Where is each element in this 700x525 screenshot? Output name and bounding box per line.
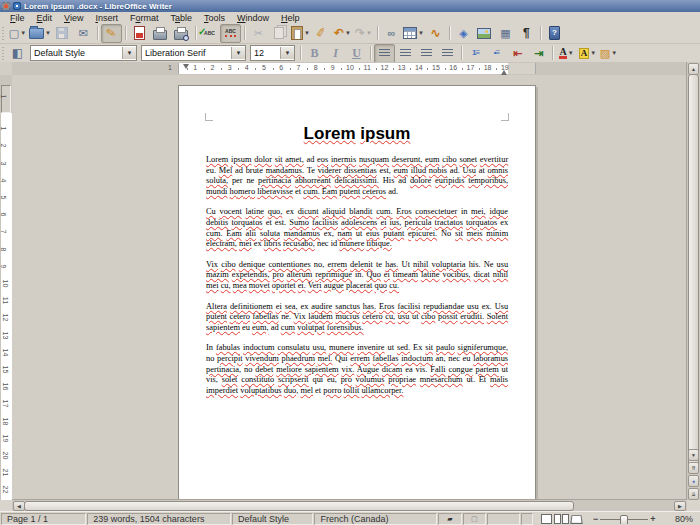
spelling-button[interactable]: ABC: [199, 24, 220, 43]
menu-tools[interactable]: Tools: [198, 13, 231, 23]
word-count[interactable]: 239 words, 1504 characters: [87, 513, 231, 525]
menu-table[interactable]: Table: [164, 13, 198, 23]
chevron-down-icon[interactable]: ▼: [280, 47, 294, 59]
insert-table-button[interactable]: ▼: [402, 24, 425, 43]
document-heading[interactable]: Lorem ipsum: [206, 124, 508, 144]
clone-formatting-button[interactable]: ✐: [311, 24, 332, 43]
dropdown-arrow-icon[interactable]: ▼: [418, 30, 424, 36]
zoom-slider[interactable]: − +: [587, 513, 662, 525]
font-color-button[interactable]: A▼: [556, 44, 577, 63]
chevron-down-icon[interactable]: ▼: [231, 47, 245, 59]
menu-view[interactable]: View: [58, 13, 89, 23]
zoom-percent[interactable]: 80%: [663, 513, 700, 525]
font-name-selector[interactable]: Liberation Serif ▼: [141, 45, 246, 61]
paragraph[interactable]: Altera definitionem ei sea, ex audire sa…: [206, 302, 508, 334]
scroll-right-button[interactable]: ▶: [674, 501, 686, 511]
bullet-list-button[interactable]: •≡: [486, 44, 507, 63]
menu-help[interactable]: Help: [275, 13, 306, 23]
print-button[interactable]: [150, 24, 171, 43]
copy-button[interactable]: [269, 24, 290, 43]
unsaved-changes-indicator[interactable]: [487, 513, 520, 525]
cut-button[interactable]: ✂: [248, 24, 269, 43]
help-button[interactable]: ?: [544, 24, 565, 43]
dropdown-arrow-icon[interactable]: ▼: [611, 50, 617, 56]
page-indicator[interactable]: Page 1 / 1: [1, 513, 86, 525]
align-center-button[interactable]: [395, 44, 416, 63]
print-preview-button[interactable]: [171, 24, 192, 43]
edit-mode-button[interactable]: ✎: [101, 24, 122, 43]
multi-page-view-button[interactable]: [554, 514, 561, 524]
decrease-indent-button[interactable]: ⇤: [507, 44, 528, 63]
menu-insert[interactable]: Insert: [89, 13, 124, 23]
dropdown-arrow-icon[interactable]: ▼: [590, 50, 596, 56]
next-page-button[interactable]: ⇊: [688, 488, 699, 500]
auto-spellcheck-button[interactable]: ABC: [220, 24, 241, 43]
styles-panel-button[interactable]: ◧: [7, 44, 28, 63]
paragraph[interactable]: Cu vocent latine quo, ex dicunt aliquid …: [206, 207, 508, 249]
dropdown-arrow-icon[interactable]: ▼: [304, 30, 310, 36]
paste-button[interactable]: ▼: [290, 24, 311, 43]
language-indicator[interactable]: French (Canada): [314, 513, 437, 525]
align-left-button[interactable]: [374, 44, 395, 63]
scroll-down-button[interactable]: ▼: [688, 449, 699, 461]
toolbar-grip[interactable]: [2, 47, 4, 60]
underline-button[interactable]: U: [346, 44, 367, 63]
chevron-down-icon[interactable]: ▼: [122, 47, 136, 59]
selection-mode-indicator[interactable]: ▢: [463, 513, 486, 525]
paragraph[interactable]: Vix cibo denique contentiones no, errem …: [206, 260, 508, 292]
formatting-marks-button[interactable]: ¶: [516, 24, 537, 43]
menu-file[interactable]: File: [4, 13, 31, 23]
data-sources-button[interactable]: ▦: [495, 24, 516, 43]
paragraph[interactable]: Lorem ipsum dolor sit amet, ad eos inerm…: [206, 155, 508, 197]
paragraph[interactable]: In fabulas indoctum consulatu usu, muner…: [206, 343, 508, 396]
dropdown-arrow-icon[interactable]: ▼: [20, 30, 26, 36]
new-document-button[interactable]: ▢▼: [7, 24, 28, 43]
document-body[interactable]: Lorem ipsum dolor sit amet, ad eos inerm…: [206, 155, 508, 396]
dropdown-arrow-icon[interactable]: ▼: [45, 30, 51, 36]
undo-button[interactable]: ↶▼: [332, 24, 353, 43]
book-view-button[interactable]: [570, 515, 583, 524]
window-menu-icon[interactable]: [2, 2, 10, 10]
previous-page-button[interactable]: ⇈: [688, 462, 699, 474]
align-right-button[interactable]: [416, 44, 437, 63]
scrollbar-thumb[interactable]: [688, 74, 699, 471]
scrollbar-thumb[interactable]: [24, 501, 574, 511]
paragraph-style-selector[interactable]: Default Style ▼: [30, 45, 137, 61]
menu-window[interactable]: Window: [231, 13, 275, 23]
numbered-list-button[interactable]: 1≡: [465, 44, 486, 63]
navigator-button[interactable]: ◈: [453, 24, 474, 43]
dropdown-arrow-icon[interactable]: ▼: [345, 30, 351, 36]
font-size-selector[interactable]: 12 ▼: [250, 45, 295, 61]
zoom-slider-track[interactable]: [600, 519, 648, 520]
increase-indent-button[interactable]: ⇥: [528, 44, 549, 63]
draw-functions-button[interactable]: ∿: [425, 24, 446, 43]
menu-format[interactable]: Format: [124, 13, 165, 23]
export-pdf-button[interactable]: [129, 24, 150, 43]
menu-edit[interactable]: Edit: [31, 13, 59, 23]
gallery-button[interactable]: [474, 24, 495, 43]
single-page-view-button[interactable]: [541, 514, 552, 524]
zoom-in-icon[interactable]: +: [650, 514, 655, 524]
insert-mode-indicator[interactable]: ▰: [438, 513, 461, 525]
page-style-indicator[interactable]: Default Style: [232, 513, 314, 525]
background-color-button[interactable]: ▨▼: [598, 44, 619, 63]
vertical-scrollbar[interactable]: ▲ ▼ ⇈ ● ⇊: [686, 62, 700, 500]
hyperlink-button[interactable]: ∞: [381, 24, 402, 43]
document-page[interactable]: Lorem ipsum Lorem ipsum dolor sit amet, …: [178, 85, 536, 500]
redo-button[interactable]: ↷▼: [353, 24, 374, 43]
zoom-out-icon[interactable]: −: [593, 514, 598, 524]
email-document-button[interactable]: ✉: [73, 24, 94, 43]
title-bar[interactable]: Lorem ipsum .docx - LibreOffice Writer: [0, 0, 700, 12]
highlighting-color-button[interactable]: A▼: [577, 44, 598, 63]
horizontal-ruler[interactable]: 112345678910111213141516171819: [12, 62, 687, 76]
zoom-slider-thumb[interactable]: [620, 515, 628, 525]
align-justify-button[interactable]: [437, 44, 458, 63]
save-button[interactable]: [52, 24, 73, 43]
italic-button[interactable]: I: [325, 44, 346, 63]
open-button[interactable]: ▼: [28, 24, 52, 43]
navigation-button[interactable]: ●: [688, 475, 699, 487]
bold-button[interactable]: B: [304, 44, 325, 63]
toolbar-grip[interactable]: [2, 27, 4, 40]
dropdown-arrow-icon[interactable]: ▼: [568, 50, 574, 56]
dropdown-arrow-icon[interactable]: ▼: [366, 30, 372, 36]
